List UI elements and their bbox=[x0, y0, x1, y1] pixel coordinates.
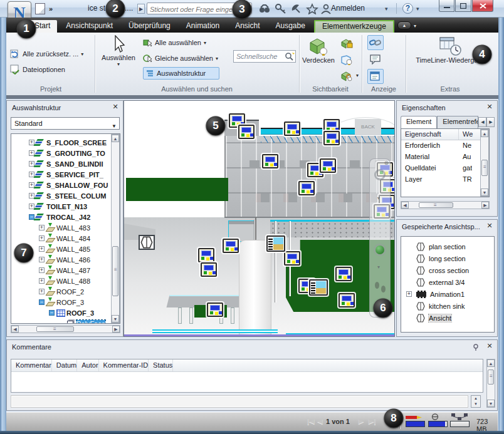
next-sheet-icon[interactable]: ▶ bbox=[359, 417, 364, 425]
hyperlink-marker-icon[interactable] bbox=[238, 125, 255, 139]
maximize-button[interactable] bbox=[455, 0, 471, 12]
tree-expander[interactable] bbox=[29, 140, 34, 145]
select-all-dropdown-icon[interactable]: ▾ bbox=[204, 40, 206, 46]
first-sheet-icon[interactable]: |◀ bbox=[307, 417, 315, 425]
viewpoint-expander[interactable] bbox=[406, 291, 412, 297]
property-row[interactable]: Erforderlich Ne bbox=[401, 140, 489, 152]
select-button[interactable]: Auswählen ▾ bbox=[99, 35, 138, 67]
quick-find-box[interactable]: Schnellsuche bbox=[233, 50, 296, 63]
previous-sheet-icon[interactable]: ◀ bbox=[317, 417, 322, 425]
sign-in-button[interactable]: Anmelden bbox=[331, 4, 365, 13]
tree-expander[interactable] bbox=[39, 257, 45, 262]
tree-expander[interactable] bbox=[39, 278, 45, 284]
saved-viewpoint-item[interactable]: long section bbox=[401, 252, 494, 264]
quick-access-expand-icon[interactable]: » bbox=[49, 3, 58, 14]
tree-expander[interactable] bbox=[29, 150, 34, 156]
properties-window-button[interactable] bbox=[367, 69, 384, 84]
help-dropdown-icon[interactable]: ▾ bbox=[416, 6, 419, 12]
pan-tool-icon[interactable] bbox=[375, 282, 379, 289]
navigation-bar[interactable]: ⊗ ▾ ▾ bbox=[369, 158, 391, 318]
hide-button[interactable]: Verdecken bbox=[301, 36, 336, 64]
help-button[interactable]: ? bbox=[402, 3, 413, 14]
comments-column-header[interactable]: Autor bbox=[77, 359, 98, 371]
hyperlink-marker-icon[interactable] bbox=[201, 262, 217, 277]
scroll-thumb[interactable]: ≡ bbox=[488, 369, 494, 385]
tab-element-reference[interactable]: Elementrefe bbox=[437, 116, 478, 128]
tree-expander[interactable] bbox=[39, 225, 45, 230]
tree-expander[interactable] bbox=[29, 182, 34, 188]
tree-item[interactable]: S_SERVICE_PIT_ bbox=[11, 169, 120, 180]
scroll-down-icon[interactable]: ▼ bbox=[481, 189, 488, 196]
steering-wheel-icon[interactable] bbox=[374, 169, 386, 180]
hyperlink-marker-icon[interactable] bbox=[335, 267, 352, 281]
favorites-star-icon[interactable] bbox=[306, 3, 318, 14]
property-row[interactable]: Material Au bbox=[401, 152, 489, 163]
new-file-icon[interactable] bbox=[35, 3, 45, 14]
tree-expander[interactable] bbox=[49, 310, 55, 316]
comments-vertical-scrollbar[interactable]: ▲ ▼ ≡ bbox=[486, 359, 495, 408]
hyperlink-marker-icon[interactable] bbox=[320, 158, 336, 173]
close-button[interactable] bbox=[472, 0, 493, 12]
sign-in-dropdown-icon[interactable]: ▾ bbox=[385, 6, 388, 12]
column-header-property[interactable]: Eigenschaft bbox=[401, 129, 459, 140]
tree-item[interactable]: S_STEEL_COLUM bbox=[11, 190, 120, 201]
tree-expander[interactable] bbox=[29, 204, 34, 209]
title-expand-button[interactable]: ▶ bbox=[137, 4, 145, 14]
saved-viewpoint-item[interactable]: Animation1 bbox=[401, 288, 494, 300]
selection-tree-close-icon[interactable]: ✕ bbox=[112, 103, 119, 111]
scroll-right-icon[interactable]: ▶ bbox=[112, 326, 120, 333]
navigation-bar-close-icon[interactable]: ⊗ bbox=[384, 160, 389, 166]
viewport-3d[interactable]: BACK ⊗ bbox=[123, 100, 395, 337]
hyperlink-marker-icon[interactable] bbox=[266, 235, 285, 252]
select-dropdown-icon[interactable]: ▾ bbox=[117, 61, 120, 67]
tree-item[interactable]: S_SAND_BLINDII bbox=[11, 158, 120, 169]
viewpoint-marker-icon[interactable] bbox=[139, 235, 155, 250]
orbit-tool-icon[interactable] bbox=[375, 245, 384, 254]
tree-item[interactable]: PolyFace bbox=[11, 318, 120, 324]
tab-scroll-left-icon[interactable]: ◀ bbox=[478, 117, 486, 127]
tree-item[interactable]: TROCAL_J42 bbox=[11, 212, 120, 222]
properties-vertical-scrollbar[interactable]: ▲ ▼ ≡ bbox=[480, 129, 489, 197]
communication-key-icon[interactable] bbox=[275, 3, 287, 14]
tab-element[interactable]: Element bbox=[401, 116, 437, 128]
comment-spinner[interactable]: ▲▼ bbox=[471, 395, 481, 408]
pin-icon[interactable] bbox=[472, 344, 480, 351]
select-same-button[interactable]: Gleiche auswählen ▾ bbox=[143, 52, 218, 65]
hyperlink-marker-icon[interactable] bbox=[223, 239, 239, 253]
tree-item[interactable]: S_SHALLOW_FOU bbox=[11, 180, 120, 190]
tree-expander[interactable] bbox=[39, 267, 45, 273]
subscription-satellite-icon[interactable] bbox=[290, 3, 303, 14]
scroll-thumb[interactable]: ≡ bbox=[481, 160, 488, 176]
reset-all-button[interactable]: Alle zurücksetz. ... ▾ bbox=[10, 48, 83, 60]
quick-properties-comment-button[interactable] bbox=[367, 52, 384, 67]
tree-expander[interactable] bbox=[39, 246, 45, 252]
ribbon-minimize-caret-icon[interactable]: ▾ bbox=[414, 23, 416, 29]
hyperlink-marker-icon[interactable] bbox=[298, 181, 315, 195]
tree-item[interactable]: ROOF_2 bbox=[11, 286, 120, 297]
properties-horizontal-scrollbar[interactable]: ◀ ▶ ≡ bbox=[401, 201, 490, 209]
tree-expander[interactable] bbox=[39, 299, 45, 305]
scroll-up-icon[interactable]: ▲ bbox=[481, 130, 488, 137]
scroll-right-icon[interactable]: ▶ bbox=[481, 202, 489, 209]
hyperlink-marker-icon[interactable] bbox=[323, 131, 340, 145]
hyperlink-marker-icon[interactable] bbox=[198, 248, 214, 262]
unhide-all-button[interactable] bbox=[339, 69, 355, 84]
scroll-left-icon[interactable]: ◀ bbox=[401, 202, 409, 209]
selection-tree-button[interactable]: Auswahlstruktur bbox=[143, 67, 219, 80]
saved-viewpoints-close-icon[interactable]: ✕ bbox=[486, 222, 493, 230]
search-binoculars-icon[interactable] bbox=[258, 3, 271, 14]
tree-mode-dropdown[interactable]: Standard ▼ bbox=[11, 117, 120, 130]
scroll-up-icon[interactable]: ▲ bbox=[112, 135, 119, 142]
properties-close-icon[interactable]: ✕ bbox=[486, 103, 493, 111]
tree-expander[interactable] bbox=[29, 193, 34, 199]
property-row[interactable]: Quelldatei gat bbox=[401, 163, 489, 174]
quick-find-icon[interactable] bbox=[284, 51, 295, 61]
tree-item[interactable]: ROOF_3 bbox=[11, 307, 120, 318]
hyperlink-marker-icon[interactable] bbox=[339, 293, 355, 307]
scroll-up-icon[interactable]: ▲ bbox=[487, 359, 495, 367]
tree-vertical-scrollbar[interactable]: ▲ ▼ ≡ bbox=[111, 134, 120, 323]
ribbon-tab[interactable]: Ansichtspunkt bbox=[59, 20, 120, 33]
hyperlink-marker-icon[interactable] bbox=[284, 251, 300, 266]
ribbon-tab[interactable]: Ansicht bbox=[228, 20, 266, 33]
tree-expander[interactable] bbox=[29, 161, 34, 167]
